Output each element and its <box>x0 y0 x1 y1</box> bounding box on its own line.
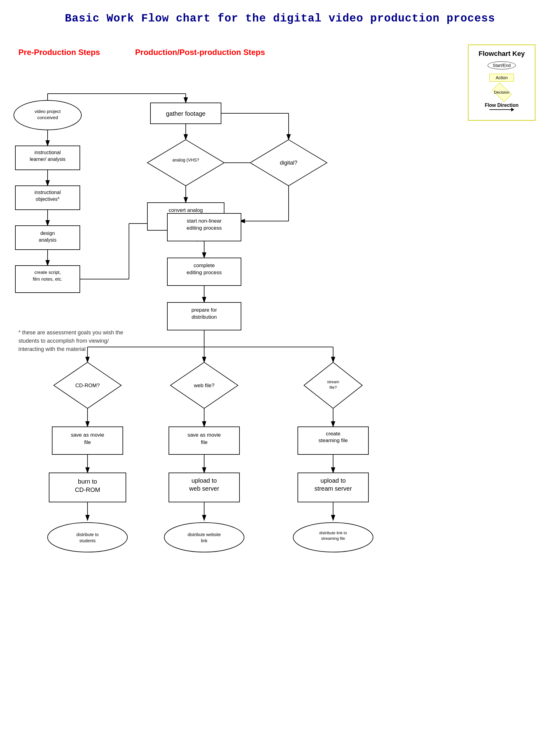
svg-text:instructional: instructional <box>34 150 60 155</box>
main-flowchart: video project conceived instructional le… <box>0 43 560 732</box>
svg-text:film notes, etc.: film notes, etc. <box>33 276 63 282</box>
key-decision-label: Decision <box>494 90 509 95</box>
svg-text:editing process: editing process <box>187 270 222 275</box>
svg-text:distribute to: distribute to <box>76 532 99 537</box>
svg-point-94 <box>48 523 127 552</box>
main-title: Basic Work Flow chart for the digital vi… <box>18 12 542 25</box>
svg-text:distribution: distribution <box>192 314 217 320</box>
footnote: * these are assessment goals you wish th… <box>18 329 135 353</box>
svg-text:distribute link to: distribute link to <box>319 531 347 535</box>
svg-text:learner/ analysis: learner/ analysis <box>30 157 66 162</box>
svg-text:link: link <box>201 538 208 543</box>
svg-text:save as movie: save as movie <box>71 432 104 438</box>
svg-point-97 <box>164 523 244 552</box>
svg-text:file: file <box>84 439 91 445</box>
svg-text:analysis: analysis <box>39 237 56 243</box>
svg-text:distribute website: distribute website <box>188 532 221 537</box>
svg-text:start non-linear: start non-linear <box>187 218 222 224</box>
svg-text:digital?: digital? <box>280 160 297 166</box>
svg-text:prepare for: prepare for <box>191 307 217 313</box>
svg-marker-29 <box>147 140 224 186</box>
svg-text:steaming file: steaming file <box>318 438 348 443</box>
svg-text:complete: complete <box>194 263 215 268</box>
svg-text:stream server: stream server <box>314 485 352 492</box>
svg-text:web server: web server <box>189 485 219 492</box>
svg-text:design: design <box>40 231 55 236</box>
svg-text:instructional: instructional <box>34 190 60 195</box>
svg-text:streaming file: streaming file <box>321 536 345 541</box>
page: Basic Work Flow chart for the digital vi… <box>0 0 560 732</box>
svg-text:video project: video project <box>34 109 61 114</box>
svg-text:upload to: upload to <box>192 477 217 484</box>
svg-text:objectives*: objectives* <box>36 197 59 202</box>
svg-text:conceived: conceived <box>37 115 58 120</box>
svg-text:CD-ROM: CD-ROM <box>75 486 100 493</box>
svg-text:create: create <box>326 431 340 437</box>
svg-text:upload to: upload to <box>321 477 346 484</box>
svg-text:analog (VHS?: analog (VHS? <box>172 158 199 162</box>
svg-text:CD-ROM?: CD-ROM? <box>75 383 99 388</box>
svg-text:gather footage: gather footage <box>166 110 206 117</box>
svg-text:file: file <box>201 439 208 445</box>
svg-text:save as movie: save as movie <box>188 432 221 438</box>
svg-text:file?: file? <box>329 385 337 390</box>
svg-text:stream: stream <box>327 380 339 384</box>
svg-text:convert analog: convert analog <box>169 207 203 213</box>
svg-text:create script,: create script, <box>34 270 61 275</box>
svg-text:students: students <box>80 538 96 543</box>
svg-text:burn to: burn to <box>78 478 97 485</box>
svg-text:editing process: editing process <box>187 225 222 231</box>
svg-text:web file?: web file? <box>193 383 214 388</box>
